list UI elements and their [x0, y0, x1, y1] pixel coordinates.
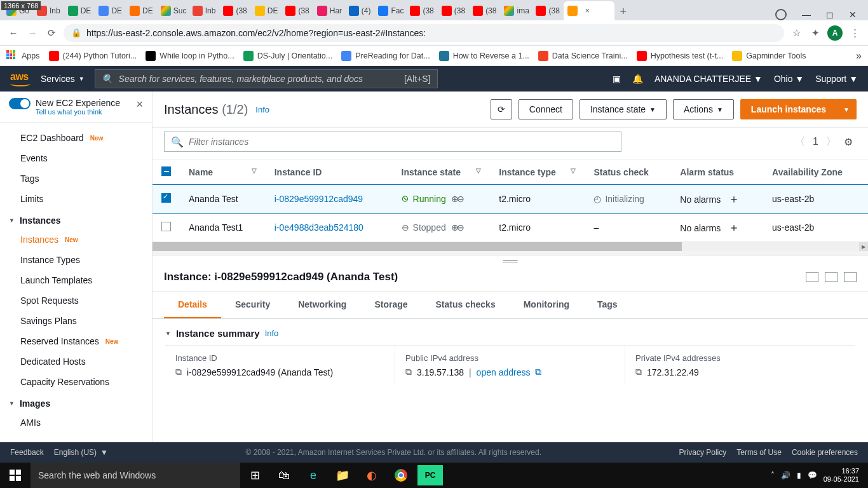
next-page-icon[interactable]: 〉 [826, 135, 836, 149]
instance-state-button[interactable]: Instance state▼ [580, 99, 667, 119]
col-state[interactable]: Instance state▽ [393, 160, 491, 185]
zoom-icons[interactable]: ⊕⊖ [451, 222, 463, 233]
firefox-icon[interactable]: ◐ [357, 463, 386, 488]
bookmark-item[interactable]: (244) Python Tutori... [49, 51, 137, 61]
sidebar-item-tags[interactable]: Tags [0, 168, 152, 189]
start-button[interactable] [0, 463, 31, 488]
prev-page-icon[interactable]: 〈 [795, 135, 805, 149]
account-switcher-icon[interactable] [775, 9, 787, 20]
bookmark-item[interactable]: Hypothesis test (t-t... [637, 51, 724, 61]
launch-instances-dropdown[interactable]: ▼ [837, 99, 857, 119]
copy-icon[interactable]: ⧉ [405, 367, 412, 377]
browser-tab[interactable]: (38 [219, 1, 250, 20]
instance-id-link[interactable]: i-0829e599912cad949 [275, 194, 363, 204]
minimize-icon[interactable]: — [802, 10, 811, 20]
browser-tab[interactable]: Fac [374, 1, 406, 20]
region-menu[interactable]: Ohio ▼ [774, 74, 804, 84]
back-icon[interactable]: ← [6, 27, 20, 38]
tab-networking[interactable]: Networking [284, 292, 360, 318]
sidebar-item-spot-requests[interactable]: Spot Requests [0, 290, 152, 311]
taskbar-clock[interactable]: 16:37 09-05-2021 [824, 467, 862, 484]
sidebar-item-events[interactable]: Events [0, 148, 152, 168]
bookmark-item[interactable]: Gapminder Tools [732, 51, 806, 61]
aws-logo[interactable]: aws [10, 71, 31, 86]
close-window-icon[interactable]: ✕ [849, 10, 857, 20]
sidebar-item-reserved-instances[interactable]: Reserved InstancesNew [0, 331, 152, 351]
panel-drag-handle[interactable]: ══ [153, 255, 868, 267]
edge-icon[interactable]: e [299, 463, 328, 488]
sidebar-item-limits[interactable]: Limits [0, 189, 152, 209]
aws-search-input[interactable]: 🔍 Search for services, features, marketp… [95, 69, 438, 88]
cloudshell-icon[interactable]: ▣ [613, 74, 621, 84]
browser-tab[interactable]: DE [95, 1, 126, 20]
action-center-icon[interactable]: 💬 [808, 471, 817, 480]
terms-link[interactable]: Terms of Use [736, 448, 782, 457]
browser-tab[interactable]: (4) [345, 1, 375, 20]
col-type[interactable]: Instance type▽ [490, 160, 585, 185]
browser-tab[interactable]: ima [500, 1, 532, 20]
add-alarm-icon[interactable]: ＋ [728, 221, 740, 234]
taskbar-search[interactable]: Search the web and Windows [31, 463, 240, 488]
row-checkbox[interactable] [161, 193, 171, 203]
tab-storage[interactable]: Storage [360, 292, 421, 318]
browser-tab[interactable]: (38 [438, 1, 469, 20]
external-link-icon[interactable]: ⧉ [535, 367, 541, 377]
feedback-link[interactable]: Tell us what you think [36, 108, 131, 116]
cookie-link[interactable]: Cookie preferences [792, 448, 858, 457]
info-link[interactable]: Info [265, 329, 279, 338]
reload-icon[interactable]: ⟳ [44, 27, 58, 39]
battery-icon[interactable]: ▮ [797, 471, 801, 480]
layout-side-icon[interactable] [825, 272, 837, 282]
tab-status-checks[interactable]: Status checks [422, 292, 510, 318]
task-view-icon[interactable]: ⊞ [240, 463, 269, 488]
browser-tab[interactable]: DE [126, 1, 157, 20]
privacy-link[interactable]: Privacy Policy [679, 448, 727, 457]
tab-details[interactable]: Details [164, 292, 221, 318]
close-icon[interactable]: × [585, 6, 590, 15]
table-row[interactable]: Ananda Test1i-0e4988d3eab524180Stopped⊕⊖… [153, 214, 868, 242]
tab-tags[interactable]: Tags [583, 292, 632, 318]
layout-full-icon[interactable] [844, 272, 857, 282]
tab-security[interactable]: Security [221, 292, 284, 318]
browser-tab[interactable]: DE [64, 1, 95, 20]
forward-icon[interactable]: → [25, 27, 39, 38]
browser-tab[interactable]: Suc [157, 1, 189, 20]
maximize-icon[interactable]: ◻ [826, 10, 834, 20]
new-experience-toggle[interactable] [9, 98, 31, 109]
table-row[interactable]: Ananda Testi-0829e599912cad949Running⊕⊖t… [153, 185, 868, 214]
sidebar-item-dedicated-hosts[interactable]: Dedicated Hosts [0, 351, 152, 372]
open-address-link[interactable]: open address [477, 367, 531, 377]
col-name[interactable]: Name▽ [180, 160, 266, 185]
bookmark-item[interactable]: How to Reverse a 1... [439, 51, 529, 61]
layout-bottom-icon[interactable] [806, 272, 818, 282]
browser-tab[interactable]: (38 [469, 1, 500, 20]
col-status[interactable]: Status check [585, 160, 671, 185]
sidebar-item-dashboard[interactable]: EC2 DashboardNew [0, 128, 152, 148]
extensions-icon[interactable]: ✦ [808, 27, 822, 39]
refresh-button[interactable]: ⟳ [491, 99, 512, 119]
gear-icon[interactable]: ⚙ [844, 136, 857, 148]
star-icon[interactable]: ☆ [789, 27, 803, 39]
url-input[interactable]: 🔒 https://us-east-2.console.aws.amazon.c… [64, 24, 784, 42]
sidebar-item-savings-plans[interactable]: Savings Plans [0, 311, 152, 331]
sidebar-item-instance-types[interactable]: Instance Types [0, 250, 152, 270]
instance-id-link[interactable]: i-0e4988d3eab524180 [275, 222, 363, 233]
add-alarm-icon[interactable]: ＋ [728, 193, 740, 205]
horizontal-scrollbar[interactable]: ▶ [153, 242, 868, 251]
services-menu[interactable]: Services▼ [41, 74, 85, 84]
account-menu[interactable]: ANANDA CHATTERJEE ▼ [654, 74, 763, 84]
browser-tab[interactable]: (38 [406, 1, 437, 20]
zoom-icons[interactable]: ⊕⊖ [451, 194, 463, 204]
col-az[interactable]: Availability Zone [763, 160, 868, 185]
copy-icon[interactable]: ⧉ [175, 367, 182, 377]
feedback-link[interactable]: Feedback [10, 448, 44, 457]
actions-button[interactable]: Actions▼ [673, 99, 734, 119]
filter-input-wrap[interactable]: 🔍 [164, 132, 621, 152]
col-alarm[interactable]: Alarm status [671, 160, 763, 185]
language-selector[interactable]: English (US) ▼ [54, 448, 108, 457]
sidebar-group-instances[interactable]: Instances [0, 209, 152, 229]
explorer-icon[interactable]: 📁 [328, 463, 357, 488]
browser-tab[interactable]: Har [313, 1, 345, 20]
pycharm-icon[interactable]: PC [417, 465, 443, 485]
connect-button[interactable]: Connect [519, 99, 573, 119]
